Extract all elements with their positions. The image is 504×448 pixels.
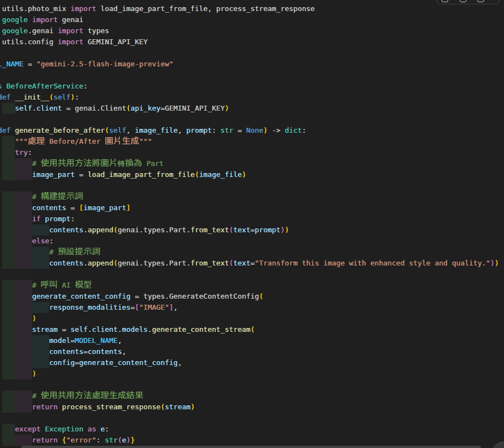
code-line: model=MODEL_NAME, — [0, 335, 499, 346]
code-line: # 呼叫 AI 模型 — [0, 280, 499, 291]
square-icon[interactable] — [460, 0, 466, 2]
code-line — [0, 114, 499, 125]
code-token-variable: prompt — [45, 215, 70, 223]
code-token-bracket-level-1: ) — [225, 104, 229, 112]
code-token-bracket-level-1: ) — [285, 226, 289, 234]
code-token-plain-text: genai.types.Part. — [118, 259, 191, 267]
code-token-plain-text: , — [126, 126, 134, 134]
code-token-bracket-level-1: ( — [113, 226, 118, 234]
code-token-type-name: Exception — [45, 425, 84, 433]
code-token-plain-text: load_image_part_from_file, process_strea… — [96, 4, 315, 13]
code-token-function-name: generate_before_after — [15, 126, 105, 134]
code-token-string: "error" — [66, 436, 96, 444]
code-token-plain-text: utils.photo_mix — [0, 4, 71, 13]
code-token-plain-text: . — [32, 104, 37, 112]
code-token-keyword: else — [32, 237, 49, 245]
square-icon[interactable] — [477, 0, 484, 2]
code-token-plain-text — [0, 358, 49, 367]
code-token-plain-text: = — [66, 204, 79, 212]
code-token-plain-text: .genai — [28, 27, 58, 35]
code-token-variable: stream — [165, 403, 190, 411]
code-token-function-name: process_stream_response — [62, 403, 160, 411]
square-icon[interactable] — [441, 0, 448, 2]
cjk-text-run: 圖片生成 — [105, 137, 139, 145]
code-token-plain-text — [0, 392, 32, 400]
code-token-keyword: import — [58, 27, 83, 35]
code-token-bracket-level-2: ( — [229, 226, 233, 234]
code-line: ) — [0, 368, 499, 379]
code-token-keyword: return — [32, 436, 58, 444]
code-token-plain-text: : — [28, 148, 32, 157]
code-token-plain-text: , — [178, 358, 182, 367]
code-token-plain-text: =GEMINI_API_KEY — [160, 104, 225, 112]
code-token-keyword-declaration: self — [54, 93, 71, 101]
code-token-type-name: google — [2, 27, 28, 35]
code-token-plain-text — [11, 93, 15, 101]
code-token-plain-text — [0, 292, 32, 300]
code-token-plain-text: types — [84, 27, 109, 35]
code-token-bracket-level-2: ) — [126, 436, 131, 444]
code-token-plain-text — [28, 15, 32, 24]
code-token-variable: config — [49, 358, 75, 367]
code-line — [0, 269, 499, 280]
code-line: contents.append(genai.types.Part.from_te… — [0, 225, 499, 236]
code-line: response_modalities=["IMAGE"], — [0, 302, 499, 313]
code-token-plain-text: : — [105, 425, 110, 433]
code-line: from google import genai — [0, 14, 499, 25]
code-token-plain-text — [0, 369, 32, 378]
code-line: def __init__(self): — [0, 92, 499, 103]
code-token-variable: self — [15, 104, 32, 112]
code-token-function-name: from_text — [190, 226, 229, 234]
code-token-plain-text: = types.GenerateContentConfig — [131, 292, 259, 300]
code-token-plain-text — [0, 159, 32, 168]
code-token-type-name: str — [221, 126, 233, 134]
code-token-bracket-level-1: ( — [126, 104, 131, 112]
code-token-keyword-declaration: self — [109, 126, 126, 134]
code-line: ) — [0, 313, 499, 324]
code-token-plain-text: = — [131, 303, 135, 311]
code-token-bracket-level-1: { — [62, 436, 66, 444]
code-token-plain-text: : — [212, 126, 220, 134]
code-token-keyword-declaration: def — [0, 93, 11, 101]
code-token-bracket-level-1: ) — [190, 403, 195, 411]
code-token-variable: prompt — [255, 226, 280, 234]
horizontal-scrollbar-thumb[interactable] — [22, 446, 481, 448]
code-token-variable: image_file — [135, 126, 178, 134]
code-line — [0, 48, 499, 59]
code-token-plain-text: utils.config — [0, 38, 58, 46]
code-line: else: — [0, 236, 499, 247]
code-token-plain-text: , — [178, 126, 186, 134]
code-token-variable: prompt — [186, 126, 212, 134]
code-token-type-name: str — [105, 436, 118, 444]
code-line: # 預設提示詞 — [0, 247, 499, 258]
code-token-function-name: from_text — [190, 259, 229, 267]
code-line — [0, 379, 499, 390]
code-token-plain-text: = — [84, 347, 88, 356]
code-token-plain-text — [40, 215, 45, 223]
code-token-plain-text — [40, 425, 45, 433]
code-token-keyword: as — [88, 425, 96, 433]
code-token-bracket-level-2: ) — [490, 259, 495, 267]
code-line — [0, 70, 499, 81]
code-line: # 構建提示詞 — [0, 191, 499, 202]
code-token-type-name: google — [2, 15, 28, 24]
code-line: return {"error": str(e)} — [0, 435, 499, 446]
code-line: self.client = genai.Client(api_key=GEMIN… — [0, 103, 499, 114]
code-token-plain-text — [0, 314, 32, 322]
code-token-bracket-level-1: ( — [160, 403, 165, 411]
code-token-plain-text: = — [251, 226, 255, 234]
code-line: contents.append(genai.types.Part.from_te… — [0, 258, 499, 269]
code-token-bracket-level-1: ) — [242, 170, 246, 179]
code-token-variable: text — [233, 226, 251, 234]
code-token-variable: contents — [88, 347, 122, 356]
code-token-variable: image_part — [84, 204, 126, 212]
cjk-text-run: 預設提示詞 — [58, 248, 100, 256]
code-token-variable: contents — [32, 204, 66, 212]
code-token-string: "IMAGE" — [139, 303, 169, 311]
code-token-variable: models — [122, 325, 148, 334]
code-line: generate_content_config = types.Generate… — [0, 291, 499, 302]
cjk-text-run: 呼叫 — [40, 281, 58, 289]
code-token-plain-text — [0, 436, 32, 444]
code-line: contents = [image_part] — [0, 202, 499, 213]
code-token-plain-text — [0, 137, 15, 145]
